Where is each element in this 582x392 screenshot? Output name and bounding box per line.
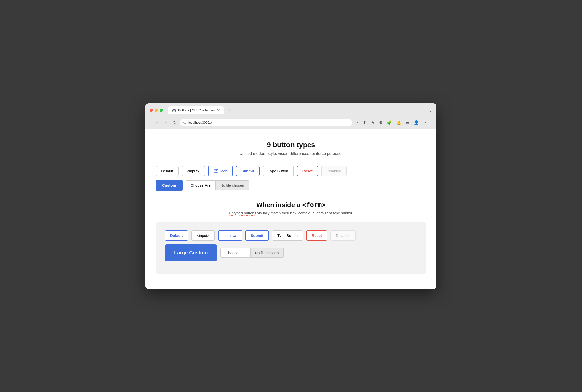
- toolbar-actions: ➚ ⬆ ★ ⚙ 🧩 🔔 ☰ 👤 ⋮: [354, 119, 428, 126]
- reload-button[interactable]: ↻: [172, 119, 178, 126]
- traffic-light-maximize[interactable]: [160, 109, 163, 112]
- address-secure-icon: ⓘ: [183, 120, 186, 125]
- external-link-button[interactable]: ➚: [354, 119, 359, 126]
- reset-button[interactable]: Reset: [297, 166, 318, 176]
- disabled-button: Disabled: [321, 166, 347, 176]
- mail-icon: [214, 169, 218, 173]
- input-button[interactable]: <input>: [182, 166, 205, 176]
- form-reset-button[interactable]: Reset: [306, 230, 327, 241]
- browser-titlebar: 🎮 Buttons | GUI Challenges ✕ + ⌄ ← → ↻ ⓘ…: [145, 103, 436, 129]
- browser-window: 🎮 Buttons | GUI Challenges ✕ + ⌄ ← → ↻ ⓘ…: [145, 103, 436, 289]
- form-button-row-2: Large Custom Choose File No file chosen: [165, 244, 417, 261]
- traffic-lights: [150, 109, 163, 112]
- form-file-no-chosen-label: No file chosen: [251, 248, 283, 257]
- type-button-button[interactable]: Type Button: [263, 166, 294, 176]
- tab-favicon: 🎮: [172, 108, 176, 112]
- icon-button[interactable]: Icon: [208, 166, 233, 176]
- button-row-2: Custom Choose File No file chosen: [156, 180, 426, 191]
- file-choose-button[interactable]: Choose File: [186, 181, 216, 190]
- form-section: Default <input> Icon ☁ Submit Type Butto…: [156, 222, 426, 274]
- browser-toolbar: ← → ↻ ⓘ localhost:3000/# ➚ ⬆ ★ ⚙ 🧩 🔔 ☰ 👤…: [150, 117, 432, 129]
- new-tab-button[interactable]: +: [226, 107, 233, 114]
- section2-subtitle-underline: Untyped buttons: [229, 211, 256, 215]
- bell-button[interactable]: 🔔: [395, 119, 402, 126]
- submit-button[interactable]: Submit: [236, 166, 260, 176]
- file-no-chosen-label: No file chosen: [216, 181, 249, 190]
- bookmark-button[interactable]: ★: [370, 119, 375, 126]
- address-bar[interactable]: ⓘ localhost:3000/#: [180, 119, 352, 126]
- form-default-button[interactable]: Default: [165, 230, 188, 241]
- extensions-button[interactable]: ⚙: [378, 119, 383, 126]
- default-button[interactable]: Default: [156, 166, 179, 176]
- tab-title: Buttons | GUI Challenges: [178, 108, 215, 112]
- tab-close-button[interactable]: ✕: [217, 108, 220, 112]
- browser-tab-active[interactable]: 🎮 Buttons | GUI Challenges ✕: [168, 106, 224, 114]
- traffic-light-close[interactable]: [150, 109, 153, 112]
- form-icon-button[interactable]: Icon ☁: [218, 230, 242, 241]
- form-submit-button[interactable]: Submit: [245, 230, 269, 241]
- large-custom-button[interactable]: Large Custom: [165, 244, 217, 261]
- form-button-row-1: Default <input> Icon ☁ Submit Type Butto…: [165, 230, 417, 241]
- page-title: 9 button types: [156, 141, 426, 149]
- forward-button[interactable]: →: [163, 119, 170, 126]
- form-file-input-group: Choose File No file chosen: [220, 248, 284, 258]
- browser-tabs-row: 🎮 Buttons | GUI Challenges ✕ + ⌄: [150, 106, 432, 114]
- menu-button[interactable]: ⋮: [422, 119, 428, 126]
- form-disabled-button: Disabled: [330, 230, 356, 241]
- share-button[interactable]: ⬆: [362, 119, 367, 126]
- section2-title: When inside a <form>: [156, 201, 426, 209]
- form-file-choose-button[interactable]: Choose File: [221, 248, 250, 257]
- puzzle-button[interactable]: 🧩: [386, 119, 393, 126]
- address-text: localhost:3000/#: [188, 121, 212, 124]
- section2-subtitle: Untyped buttons visually match their new…: [156, 211, 426, 215]
- button-row-1: Default <input> Icon Submit Type Button …: [156, 166, 426, 176]
- form-input-button[interactable]: <input>: [191, 230, 215, 241]
- file-input-group: Choose File No file chosen: [186, 180, 249, 190]
- page-subtitle: Unified modern style, visual differences…: [156, 151, 426, 156]
- page-content: 9 button types Unified modern style, vis…: [145, 129, 436, 289]
- tab-menu-chevron[interactable]: ⌄: [429, 108, 432, 113]
- profile-button[interactable]: 👤: [413, 119, 420, 126]
- back-button[interactable]: ←: [154, 119, 161, 126]
- traffic-light-minimize[interactable]: [155, 109, 158, 112]
- sidebar-button[interactable]: ☰: [405, 119, 410, 126]
- form-type-button[interactable]: Type Button: [272, 230, 303, 241]
- cloud-icon: ☁: [233, 233, 237, 238]
- custom-button[interactable]: Custom: [156, 180, 183, 191]
